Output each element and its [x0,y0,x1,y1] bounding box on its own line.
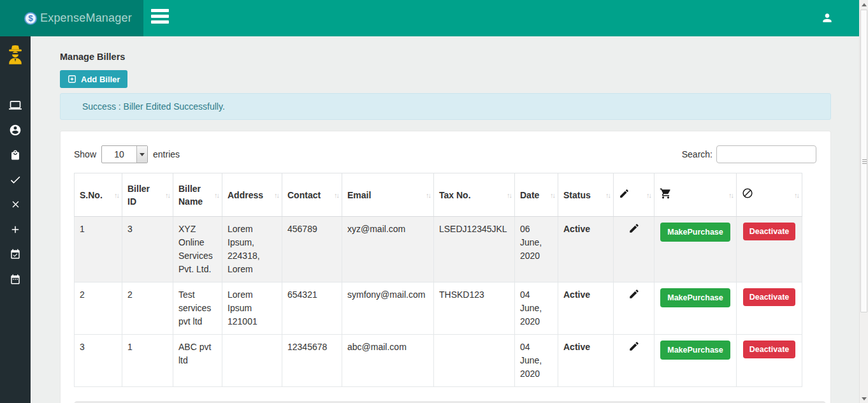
table-row: 3 1 ABC pvt ltd 12345678 abc@mail.com 04… [75,335,802,387]
cell-sno: 2 [75,282,122,335]
sort-icon: ↑↓ [646,189,651,202]
sidebar-item-users[interactable] [0,117,31,142]
cell-status: Active [558,217,614,282]
sidebar-toggle-icon[interactable] [151,9,169,27]
cell-tax: LSEDJ12345JKL [434,217,515,282]
header-edit[interactable]: ↑↓ [614,173,655,217]
page-length-control: Show 10 entries [74,145,180,163]
vertical-scrollbar[interactable] [859,0,868,403]
entries-label: entries [153,149,180,159]
pencil-icon [628,288,640,300]
cell-biller-name: Test services pvt ltd [173,282,222,335]
sidebar-item-profile[interactable] [0,36,31,73]
header-biller-name[interactable]: Biller Name↑↓ [173,173,222,217]
make-purchase-button[interactable]: MakePurchase [660,288,730,307]
ban-icon [742,187,753,199]
cell-sno: 3 [75,335,122,387]
header-deactivate[interactable]: ↑↓ [737,173,802,217]
cell-address: Lorem Ipsum, 224318, Lorem [222,217,282,282]
select-dropdown-button[interactable] [136,146,147,163]
pencil-icon [628,341,640,352]
billers-card: Show 10 entries Search: S.No.↑↓ Biller I… [60,131,831,403]
alert-message: Success : Biller Edited Successfully. [82,101,225,112]
scroll-down-button[interactable] [860,394,868,403]
sort-icon: ↑↓ [550,189,554,202]
dollar-coin-icon: $ [24,12,37,25]
cell-status: Active [558,282,614,335]
search-label: Search: [682,149,712,159]
table-row: 1 3 XYZ Online Services Pvt. Ltd. Lorem … [75,217,802,282]
brand-name: ExpenseManager [40,11,132,25]
cell-contact: 12345678 [282,335,342,387]
user-menu-button[interactable] [817,8,837,28]
table-row: 2 2 Test services pvt ltd Lorem Ipsum 12… [75,282,802,335]
cell-biller-id: 2 [122,282,173,335]
laptop-icon [9,99,22,112]
header-date[interactable]: Date↑↓ [515,173,558,217]
sort-icon: ↑↓ [274,189,278,202]
header-sno[interactable]: S.No.↑↓ [75,173,122,217]
edit-button[interactable] [628,341,640,356]
add-biller-button[interactable]: Add Biller [60,70,127,88]
calendar-icon [10,274,21,285]
sidebar [0,36,31,403]
pencil-icon [619,188,630,199]
cell-email: abc@mail.com [342,335,434,387]
cell-biller-name: XYZ Online Services Pvt. Ltd. [173,217,222,282]
sort-icon: ↑↓ [426,189,430,202]
cell-contact: 654321 [282,282,342,335]
header-email[interactable]: Email↑↓ [342,173,434,217]
sidebar-item-add[interactable] [0,217,31,242]
sidebar-item-calendar[interactable] [0,267,31,291]
calendar-check-icon [10,249,21,260]
header-status[interactable]: Status↑↓ [558,173,614,217]
edit-button[interactable] [628,288,640,304]
brand-logo[interactable]: $ ExpenseManager [0,0,143,36]
arrow-down-icon [862,397,867,400]
cell-tax [434,335,515,387]
sort-icon: ↑↓ [114,189,119,202]
sidebar-item-purchases[interactable] [0,142,31,167]
deactivate-button[interactable]: Deactivate [743,341,796,358]
cell-tax: THSKD123 [434,282,515,335]
user-secret-icon [6,45,25,65]
app-window: $ ExpenseManager [0,0,868,403]
cell-address: Lorem Ipsum 121001 [222,282,282,335]
make-purchase-button[interactable]: MakePurchase [660,223,730,242]
plus-square-icon [68,75,76,84]
cart-icon [660,187,672,200]
page-length-select[interactable]: 10 [101,145,148,163]
search-input[interactable] [716,145,816,163]
header-biller-id[interactable]: Biller ID↑↓ [122,173,173,217]
header-purchase[interactable]: ↑↓ [655,173,737,217]
check-icon [9,173,22,186]
cell-status: Active [558,335,614,387]
sidebar-item-reports[interactable] [0,242,31,267]
scroll-up-button[interactable] [860,0,868,9]
sort-icon: ↑↓ [165,189,170,202]
cell-biller-name: ABC pvt ltd [173,335,222,387]
scrollbar-thumb[interactable] [860,10,867,312]
cell-biller-id: 3 [122,217,173,282]
cell-sno: 1 [75,217,122,282]
sidebar-item-reject[interactable] [0,192,31,217]
cell-email: xyz@mail.com [342,217,434,282]
sort-icon: ↑↓ [507,189,511,202]
deactivate-button[interactable]: Deactivate [743,223,796,240]
show-label: Show [74,149,96,159]
sidebar-item-dashboard[interactable] [0,92,31,117]
edit-button[interactable] [628,223,640,238]
deactivate-button[interactable]: Deactivate [743,288,796,306]
header-contact[interactable]: Contact↑↓ [282,173,342,217]
close-icon [10,199,21,210]
success-alert: Success : Biller Edited Successfully. [60,93,831,120]
add-biller-label: Add Biller [81,75,120,84]
sort-icon: ↑↓ [605,189,610,202]
cell-biller-id: 1 [122,335,173,387]
header-tax-no[interactable]: Tax No.↑↓ [434,173,515,217]
sidebar-item-approve[interactable] [0,167,31,192]
arrow-up-icon [862,3,867,6]
header-address[interactable]: Address↑↓ [222,173,282,217]
search-control: Search: [682,145,816,163]
make-purchase-button[interactable]: MakePurchase [660,341,730,360]
